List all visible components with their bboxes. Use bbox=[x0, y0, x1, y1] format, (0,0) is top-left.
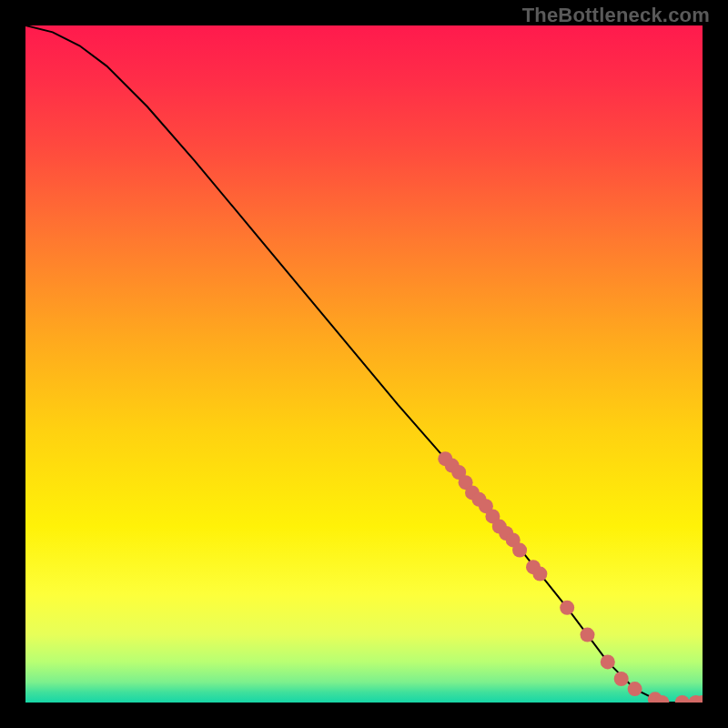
scatter-points bbox=[438, 451, 703, 703]
plot-area bbox=[25, 25, 703, 703]
scatter-dot bbox=[512, 543, 527, 558]
scatter-dot bbox=[560, 601, 574, 615]
scatter-dot bbox=[675, 695, 690, 703]
scatter-dot bbox=[614, 672, 629, 686]
curve-line bbox=[25, 25, 703, 703]
chart-stage: TheBottleneck.com bbox=[0, 0, 728, 728]
scatter-dot bbox=[628, 682, 642, 696]
chart-overlay bbox=[25, 25, 703, 703]
scatter-dot bbox=[581, 628, 595, 642]
scatter-dot bbox=[532, 567, 547, 581]
watermark-text: TheBottleneck.com bbox=[522, 4, 710, 27]
scatter-dot bbox=[601, 654, 615, 669]
